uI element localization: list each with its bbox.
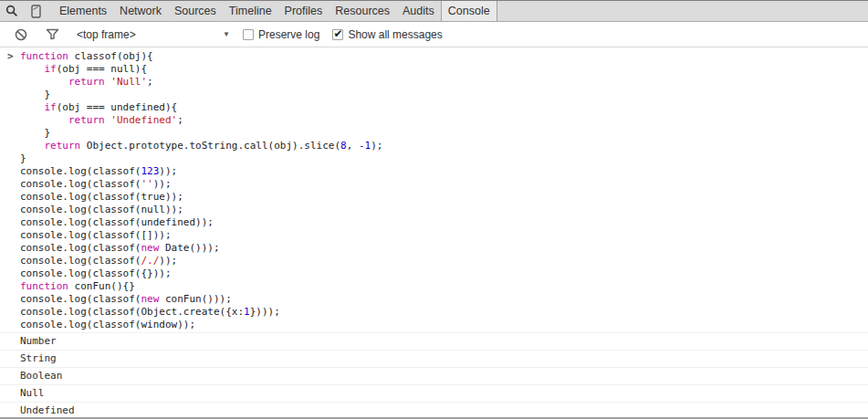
code-line: if(obj === null){ bbox=[20, 63, 868, 76]
device-icon bbox=[31, 5, 41, 18]
filter-icon bbox=[46, 28, 59, 40]
console-input-code: function classof(obj){ if(obj === null){… bbox=[20, 50, 868, 331]
code-line: } bbox=[20, 89, 868, 101]
tab-list: ElementsNetworkSourcesTimelineProfilesRe… bbox=[53, 1, 497, 21]
code-line: console.log(classof(123)); bbox=[20, 165, 868, 178]
code-line: } bbox=[20, 152, 868, 165]
frame-context-selector[interactable]: <top frame> ▼ bbox=[77, 28, 230, 41]
device-mode-button[interactable] bbox=[24, 1, 47, 21]
code-line: console.log(classof(new Date())); bbox=[20, 242, 868, 255]
show-all-messages-label: Show all messages bbox=[348, 28, 442, 41]
devtools-window: ElementsNetworkSourcesTimelineProfilesRe… bbox=[0, 0, 868, 419]
clear-console-icon bbox=[15, 28, 27, 41]
devtools-tab-bar: ElementsNetworkSourcesTimelineProfilesRe… bbox=[0, 0, 868, 22]
tab-profiles[interactable]: Profiles bbox=[278, 1, 329, 21]
tab-timeline[interactable]: Timeline bbox=[223, 1, 278, 21]
preserve-log-label: Preserve log bbox=[258, 28, 319, 41]
code-line: console.log(classof(null)); bbox=[20, 204, 868, 216]
console-pane[interactable]: > function classof(obj){ if(obj === null… bbox=[0, 47, 868, 419]
code-line: return 'Undefined'; bbox=[20, 114, 868, 127]
code-line: function conFun(){} bbox=[20, 280, 868, 293]
console-output-row: Null bbox=[0, 384, 868, 402]
tab-network[interactable]: Network bbox=[113, 1, 168, 21]
tab-console[interactable]: Console bbox=[441, 1, 497, 21]
code-line: console.log(classof(new conFun())); bbox=[20, 293, 868, 306]
code-line: console.log(classof(Object.create({x:1})… bbox=[20, 306, 868, 319]
filter-button[interactable] bbox=[40, 25, 64, 45]
chevron-down-icon: ▼ bbox=[223, 30, 230, 38]
code-line: console.log(classof({})); bbox=[20, 267, 868, 280]
tab-audits[interactable]: Audits bbox=[396, 1, 441, 21]
tab-resources[interactable]: Resources bbox=[329, 1, 396, 21]
code-line: if(obj === undefined){ bbox=[20, 101, 868, 114]
code-line: console.log(classof([])); bbox=[20, 229, 868, 242]
code-line: } bbox=[20, 127, 868, 140]
console-output-row: Number bbox=[0, 332, 868, 350]
console-prompt: > bbox=[7, 50, 14, 63]
code-line: return 'Null'; bbox=[20, 76, 868, 89]
code-line: console.log(classof('')); bbox=[20, 178, 868, 191]
preserve-log-toggle[interactable]: Preserve log bbox=[243, 28, 319, 41]
console-echoed-command: > function classof(obj){ if(obj === null… bbox=[0, 47, 868, 332]
code-line: console.log(classof(undefined)); bbox=[20, 216, 868, 229]
show-all-messages-toggle[interactable]: Show all messages bbox=[332, 28, 442, 41]
code-line: function classof(obj){ bbox=[20, 50, 868, 63]
code-line: console.log(classof(window)); bbox=[20, 319, 868, 331]
console-output-row: Undefined bbox=[0, 402, 868, 419]
search-icon bbox=[5, 5, 18, 17]
code-line: return Object.prototype.toString.call(ob… bbox=[20, 140, 868, 152]
frame-context-label: <top frame> bbox=[77, 28, 136, 41]
clear-console-button[interactable] bbox=[9, 25, 33, 45]
tab-sources[interactable]: Sources bbox=[168, 1, 223, 21]
console-output-row: Boolean bbox=[0, 367, 868, 384]
tab-elements[interactable]: Elements bbox=[53, 1, 113, 21]
search-button[interactable] bbox=[0, 1, 24, 21]
console-output-row: String bbox=[0, 350, 868, 367]
console-toolbar: <top frame> ▼ Preserve log Show all mess… bbox=[0, 22, 868, 47]
code-line: console.log(classof(/./)); bbox=[20, 255, 868, 267]
show-all-messages-checkbox[interactable] bbox=[332, 29, 343, 40]
preserve-log-checkbox[interactable] bbox=[243, 29, 254, 40]
console-output-rows: NumberStringBooleanNullUndefined bbox=[0, 332, 868, 419]
code-line: console.log(classof(true)); bbox=[20, 191, 868, 204]
